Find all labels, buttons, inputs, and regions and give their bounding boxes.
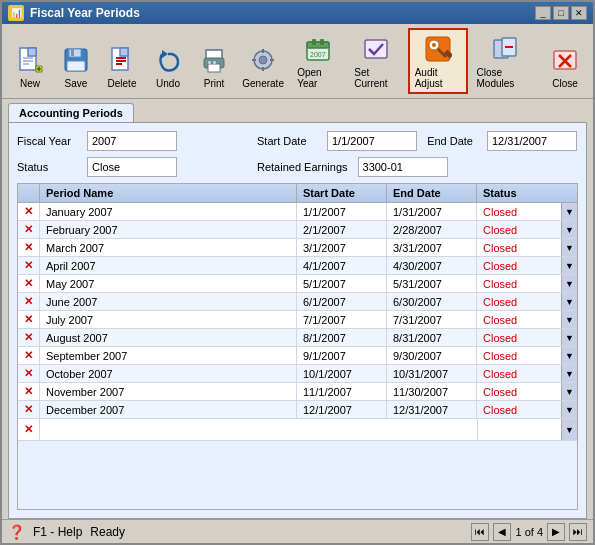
row-delete-icon[interactable]: ✕ — [18, 221, 40, 238]
row-start-date: 5/1/2007 — [297, 275, 387, 292]
row-status-text: Closed — [477, 258, 561, 274]
last-page-button[interactable]: ⏭ — [569, 523, 587, 541]
main-window: 📊 Fiscal Year Periods _ □ ✕ — [0, 0, 595, 545]
row-start-date: 2/1/2007 — [297, 221, 387, 238]
row-period-name: January 2007 — [40, 203, 297, 220]
row-delete-icon[interactable]: ✕ — [18, 347, 40, 364]
row-status-dropdown[interactable]: ▼ — [561, 293, 577, 310]
svg-rect-21 — [213, 61, 216, 64]
row-status-dropdown[interactable]: ▼ — [561, 203, 577, 220]
row-delete-icon[interactable]: ✕ — [18, 383, 40, 400]
row-end-date: 5/31/2007 — [387, 275, 477, 292]
undo-label: Undo — [156, 78, 180, 89]
row-delete-icon[interactable]: ✕ — [18, 329, 40, 346]
svg-rect-1 — [28, 48, 36, 56]
title-bar: 📊 Fiscal Year Periods _ □ ✕ — [2, 2, 593, 24]
row-delete-icon[interactable]: ✕ — [18, 275, 40, 292]
row-period-name: June 2007 — [40, 293, 297, 310]
row-status-dropdown[interactable]: ▼ — [561, 257, 577, 274]
row-status-dropdown[interactable]: ▼ — [561, 311, 577, 328]
new-button[interactable]: New — [8, 39, 52, 94]
row-delete-icon[interactable]: ✕ — [18, 293, 40, 310]
row-status-text: Closed — [477, 402, 561, 418]
print-label: Print — [204, 78, 225, 89]
th-end-date: End Date — [387, 184, 477, 202]
close-modules-button[interactable]: Close Modules — [470, 28, 541, 94]
row-status-dropdown[interactable]: ▼ — [561, 275, 577, 292]
first-page-button[interactable]: ⏮ — [471, 523, 489, 541]
close-button[interactable]: Close — [543, 39, 587, 94]
svg-rect-30 — [312, 39, 316, 45]
svg-text:2007: 2007 — [310, 51, 326, 58]
empty-row-icon[interactable]: ✕ — [18, 419, 40, 440]
accounting-periods-tab[interactable]: Accounting Periods — [8, 103, 134, 122]
row-status-dropdown[interactable]: ▼ — [561, 383, 577, 400]
close-window-button[interactable]: ✕ — [571, 6, 587, 20]
row-period-name: March 2007 — [40, 239, 297, 256]
row-delete-icon[interactable]: ✕ — [18, 401, 40, 418]
row-status-text: Closed — [477, 330, 561, 346]
row-status-dropdown[interactable]: ▼ — [561, 221, 577, 238]
undo-button[interactable]: Undo — [146, 39, 190, 94]
status-bar: ❓ F1 - Help Ready ⏮ ◀ 1 of 4 ▶ ⏭ — [2, 519, 593, 543]
row-status-dropdown[interactable]: ▼ — [561, 401, 577, 418]
row-end-date: 11/30/2007 — [387, 383, 477, 400]
maximize-button[interactable]: □ — [553, 6, 569, 20]
row-delete-icon[interactable]: ✕ — [18, 239, 40, 256]
row-end-date: 10/31/2007 — [387, 365, 477, 382]
open-year-button[interactable]: 2007 Open Year — [290, 28, 345, 94]
prev-page-button[interactable]: ◀ — [493, 523, 511, 541]
minimize-button[interactable]: _ — [535, 6, 551, 20]
save-label: Save — [65, 78, 88, 89]
row-status-text: Closed — [477, 312, 561, 328]
row-status-cell: Closed ▼ — [477, 275, 577, 292]
row-status-dropdown[interactable]: ▼ — [561, 329, 577, 346]
row-end-date: 7/31/2007 — [387, 311, 477, 328]
svg-rect-29 — [307, 42, 329, 48]
close-modules-label: Close Modules — [477, 67, 534, 89]
row-status-dropdown[interactable]: ▼ — [561, 239, 577, 256]
table-row: ✕ September 2007 9/1/2007 9/30/2007 Clos… — [18, 347, 577, 365]
row-start-date: 6/1/2007 — [297, 293, 387, 310]
row-delete-icon[interactable]: ✕ — [18, 311, 40, 328]
status-text: Ready — [90, 525, 125, 539]
row-status-cell: Closed ▼ — [477, 347, 577, 364]
generate-button[interactable]: Generate — [238, 39, 288, 94]
row-period-name: July 2007 — [40, 311, 297, 328]
svg-rect-33 — [365, 40, 387, 58]
row-end-date: 1/31/2007 — [387, 203, 477, 220]
help-text: F1 - Help — [33, 525, 82, 539]
toolbar: New Save — [2, 24, 593, 99]
row-status-dropdown[interactable]: ▼ — [561, 365, 577, 382]
fiscal-year-input[interactable] — [87, 131, 177, 151]
delete-button[interactable]: Delete — [100, 39, 144, 94]
next-page-button[interactable]: ▶ — [547, 523, 565, 541]
svg-rect-8 — [69, 49, 81, 57]
end-date-input[interactable] — [487, 131, 577, 151]
close-label: Close — [552, 78, 578, 89]
start-date-input[interactable] — [327, 131, 417, 151]
retained-earnings-input[interactable] — [358, 157, 448, 177]
status-left: ❓ F1 - Help Ready — [8, 524, 125, 540]
save-button[interactable]: Save — [54, 39, 98, 94]
row-status-dropdown[interactable]: ▼ — [561, 347, 577, 364]
svg-rect-26 — [252, 59, 256, 61]
row-end-date: 3/31/2007 — [387, 239, 477, 256]
empty-row-dropdown[interactable]: ▼ — [561, 419, 577, 440]
print-button[interactable]: Print — [192, 39, 236, 94]
row-status-text: Closed — [477, 204, 561, 220]
set-current-button[interactable]: Set Current — [347, 28, 405, 94]
audit-adjust-icon — [422, 33, 454, 65]
generate-label: Generate — [242, 78, 284, 89]
row-start-date: 10/1/2007 — [297, 365, 387, 382]
window-title: Fiscal Year Periods — [30, 6, 140, 20]
row-delete-icon[interactable]: ✕ — [18, 365, 40, 382]
audit-adjust-button[interactable]: Audit Adjust — [408, 28, 468, 94]
close-icon — [549, 44, 581, 76]
row-delete-icon[interactable]: ✕ — [18, 203, 40, 220]
table-body: ✕ January 2007 1/1/2007 1/31/2007 Closed… — [18, 203, 577, 509]
row-delete-icon[interactable]: ✕ — [18, 257, 40, 274]
audit-adjust-label: Audit Adjust — [415, 67, 461, 89]
undo-icon — [152, 44, 184, 76]
status-input[interactable] — [87, 157, 177, 177]
